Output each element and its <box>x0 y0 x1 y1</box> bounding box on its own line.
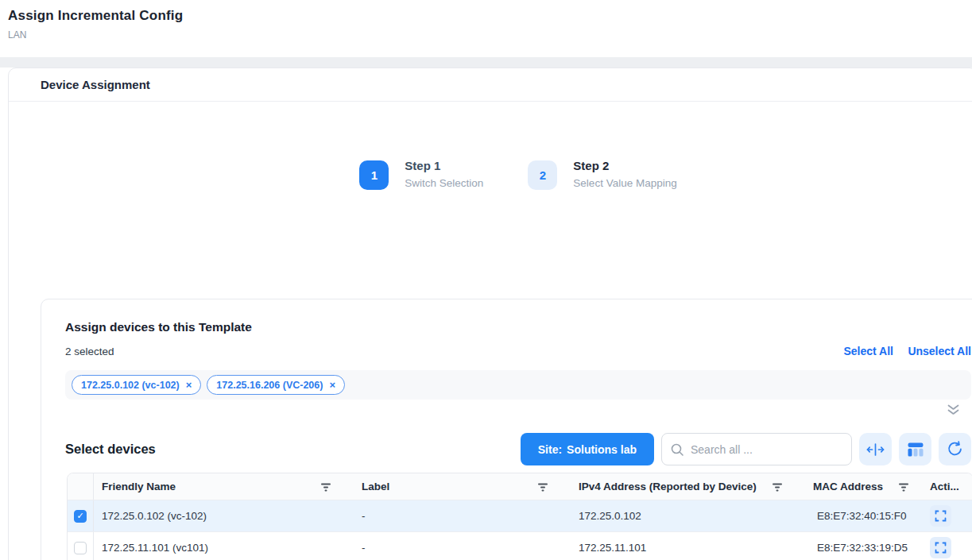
selected-count: 2 selected <box>65 346 114 357</box>
chip-remove-icon[interactable]: × <box>329 380 335 390</box>
columns-button[interactable] <box>899 433 931 465</box>
chip-remove-icon[interactable]: × <box>186 380 192 390</box>
expand-icon <box>935 510 947 522</box>
stepper-step-2[interactable]: 2 Step 2 Select Value Mapping <box>528 160 676 190</box>
col-header-friendly-name: Friendly Name <box>94 473 354 500</box>
step-1-subtitle: Switch Selection <box>405 177 483 189</box>
page-title: Assign Incremental Config <box>8 8 972 24</box>
checkbox-cell <box>68 532 94 560</box>
search-input[interactable] <box>691 443 843 456</box>
card-title: Device Assignment <box>41 78 150 91</box>
filter-icon[interactable] <box>772 482 783 492</box>
page: Assign Incremental Config LAN Device Ass… <box>0 0 972 560</box>
expand-icon <box>935 542 947 554</box>
checkbox-cell: ✓ <box>68 500 94 531</box>
col-label: IPv4 Address (Reported by Device) <box>579 481 757 492</box>
double-chevron-down-icon[interactable] <box>947 404 960 419</box>
refresh-icon <box>947 441 963 458</box>
step-2-subtitle: Select Value Mapping <box>573 177 676 189</box>
search-icon <box>670 442 684 457</box>
row-checkbox[interactable] <box>74 542 87 554</box>
site-filter-button[interactable]: Site: Solutions lab <box>521 433 654 465</box>
selected-device-chip[interactable]: 172.25.16.206 (VC-206) × <box>207 375 345 395</box>
top-header: Assign Incremental Config LAN <box>0 0 972 57</box>
header-checkbox-cell <box>68 473 94 500</box>
stepper-step-1[interactable]: 1 Step 1 Switch Selection <box>359 160 483 190</box>
table-columns-icon <box>908 442 924 457</box>
step-2-text: Step 2 Select Value Mapping <box>573 160 676 189</box>
ipv4-cell: 172.25.11.101 <box>571 532 805 560</box>
col-label: Acti... <box>930 481 959 492</box>
selected-devices-band: 172.25.0.102 (vc-102) × 172.25.16.206 (V… <box>65 370 971 400</box>
filter-icon[interactable] <box>320 482 331 492</box>
label-cell: - <box>354 500 571 531</box>
background-band <box>0 57 972 68</box>
assignment-title: Assign devices to this Template <box>65 320 971 334</box>
table-row[interactable]: 172.25.11.101 (vc101) - 172.25.11.101 E8… <box>68 531 972 560</box>
col-header-mac: MAC Address <box>805 473 920 500</box>
search-box <box>661 433 852 465</box>
filter-icon[interactable] <box>537 482 548 492</box>
selection-summary-row: 2 selected Select All Unselect All <box>65 344 971 358</box>
select-devices-title: Select devices <box>65 442 156 457</box>
step-2-badge: 2 <box>528 160 557 190</box>
col-label: Label <box>362 481 389 492</box>
friendly-name-cell: 172.25.0.102 (vc-102) <box>94 500 354 531</box>
ipv4-cell: 172.25.0.102 <box>571 500 805 531</box>
col-header-ipv4: IPv4 Address (Reported by Device) <box>571 473 805 500</box>
expand-row-button[interactable] <box>930 537 951 558</box>
page-subtitle: LAN <box>8 29 972 41</box>
col-label: MAC Address <box>813 481 883 492</box>
friendly-name-cell: 172.25.11.101 (vc101) <box>94 532 354 560</box>
step-2-title: Step 2 <box>573 159 676 172</box>
site-button-value: Solutions lab <box>567 443 637 456</box>
fit-columns-button[interactable] <box>859 433 892 465</box>
filter-icon[interactable] <box>898 482 909 492</box>
step-1-badge: 1 <box>359 160 389 190</box>
check-icon: ✓ <box>76 511 83 521</box>
unselect-all-link[interactable]: Unselect All <box>908 345 971 357</box>
devices-toolbar: Select devices Site: Solutions lab <box>65 433 971 465</box>
stepper: 1 Step 1 Switch Selection 2 Step 2 Selec… <box>9 160 972 190</box>
refresh-button[interactable] <box>939 433 971 465</box>
col-resize-icon <box>866 443 885 456</box>
label-cell: - <box>354 532 571 560</box>
mac-cell: E8:E7:32:40:15:F0 <box>805 500 920 531</box>
col-header-label: Label <box>354 473 571 500</box>
expand-row-button[interactable] <box>930 505 951 527</box>
assignment-panel: Assign devices to this Template 2 select… <box>41 299 972 560</box>
device-assignment-card: Device Assignment 1 Step 1 Switch Select… <box>8 68 972 560</box>
collapse-row <box>65 400 971 419</box>
step-1-title: Step 1 <box>405 159 483 172</box>
site-button-prefix: Site: <box>538 443 562 456</box>
selection-links: Select All Unselect All <box>832 344 971 358</box>
table-row[interactable]: ✓ 172.25.0.102 (vc-102) - 172.25.0.102 E… <box>68 500 972 531</box>
col-label: Friendly Name <box>102 481 176 492</box>
toolbar-controls: Site: Solutions lab <box>521 433 971 465</box>
chip-label: 172.25.0.102 (vc-102) <box>81 380 180 391</box>
mac-cell: E8:E7:32:33:19:D5 <box>805 532 920 560</box>
row-checkbox[interactable]: ✓ <box>74 510 87 523</box>
actions-cell <box>920 500 972 531</box>
select-all-link[interactable]: Select All <box>843 345 893 357</box>
devices-table: Friendly Name Label <box>67 473 972 560</box>
col-header-actions: Acti... <box>920 473 972 500</box>
selected-device-chip[interactable]: 172.25.0.102 (vc-102) × <box>72 375 201 395</box>
actions-cell <box>920 532 972 560</box>
step-1-text: Step 1 Switch Selection <box>405 160 483 189</box>
card-header: Device Assignment <box>9 68 972 102</box>
table-header-row: Friendly Name Label <box>68 473 972 500</box>
chip-label: 172.25.16.206 (VC-206) <box>216 380 323 391</box>
